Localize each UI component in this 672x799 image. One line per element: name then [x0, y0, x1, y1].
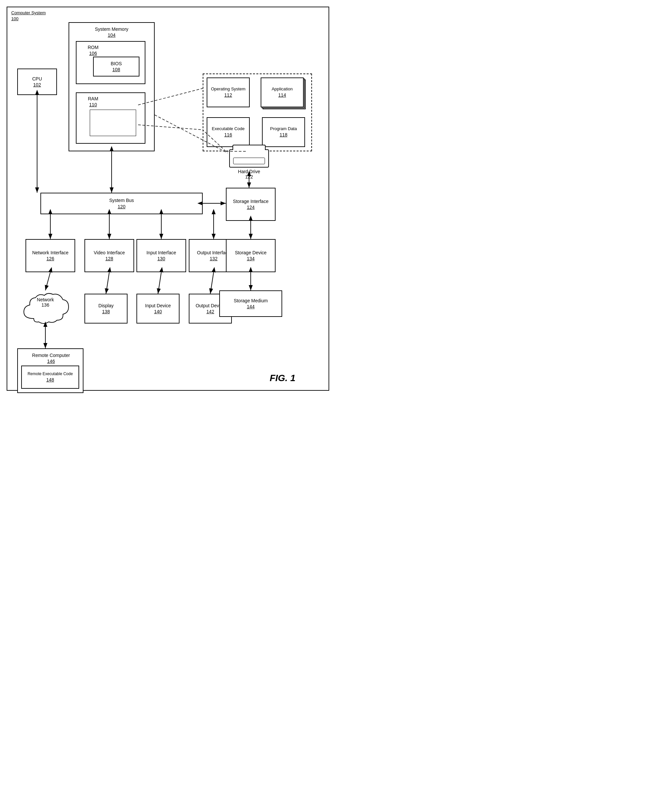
- input-interface-ref: 130: [157, 256, 165, 262]
- system-memory-label: System Memory: [95, 27, 128, 32]
- computer-system-ref: 100: [11, 16, 46, 22]
- network-cloud: Network 136: [17, 291, 74, 327]
- network-ref: 136: [42, 302, 49, 308]
- output-interface-ref: 132: [210, 256, 217, 262]
- input-interface-label: Input Interface: [146, 250, 176, 256]
- svg-line-19: [106, 272, 109, 294]
- storage-interface-label: Storage Interface: [233, 198, 268, 204]
- ram-inner-box: [90, 110, 136, 136]
- hard-drive-label: Hard Drive: [238, 169, 260, 174]
- storage-device-ref: 134: [247, 256, 254, 262]
- rom-label: ROM: [88, 45, 99, 50]
- svg-line-20: [158, 272, 161, 294]
- executable-code-label: Executable Code: [212, 126, 245, 132]
- rom-ref: 106: [80, 50, 106, 56]
- output-device-ref: 142: [206, 308, 214, 315]
- storage-interface-ref: 124: [247, 204, 254, 210]
- cpu-box: CPU 102: [17, 69, 57, 95]
- remote-computer-label: Remote Computer: [32, 353, 70, 358]
- program-data-box: Program Data 118: [262, 117, 305, 147]
- storage-interface-box: Storage Interface 124: [226, 188, 275, 221]
- remote-executable-code-ref: 148: [46, 377, 54, 383]
- storage-medium-label: Storage Medium: [234, 298, 268, 304]
- network-label: Network: [37, 297, 54, 302]
- ram-label: RAM: [88, 96, 98, 101]
- system-memory-ref: 104: [78, 32, 145, 38]
- display-label: Display: [98, 303, 114, 308]
- os-box: Operating System 112: [207, 77, 250, 107]
- cpu-label: CPU: [32, 76, 42, 82]
- computer-system-label: Computer System 100: [11, 10, 46, 22]
- storage-device-label: Storage Device: [235, 250, 267, 256]
- network-interface-label: Network Interface: [32, 250, 69, 256]
- diagram-container: Computer System 100 CPU 102 System Memor…: [6, 6, 329, 391]
- video-interface-box: Video Interface 128: [85, 239, 134, 272]
- display-box: Display 138: [85, 294, 128, 323]
- ram-ref: 110: [80, 102, 106, 108]
- input-device-ref: 140: [154, 308, 162, 315]
- input-interface-box: Input Interface 130: [136, 239, 186, 272]
- video-interface-label: Video Interface: [94, 250, 125, 256]
- input-device-box: Input Device 140: [136, 294, 179, 323]
- os-label: Operating System: [211, 86, 245, 92]
- output-interface-label: Output Interface: [197, 250, 230, 256]
- system-memory-box: System Memory 104 ROM 106 BIOS 108 RAM 1…: [69, 22, 155, 151]
- system-bus-label: System Bus: [109, 197, 134, 203]
- fig-label: FIG. 1: [270, 373, 295, 384]
- cloud-svg: [17, 291, 74, 327]
- bios-ref: 108: [112, 67, 120, 72]
- storage-medium-ref: 144: [247, 304, 254, 310]
- ram-box: RAM 110: [76, 93, 146, 144]
- remote-executable-code-box: Remote Executable Code 148: [21, 366, 79, 389]
- application-ref: 114: [278, 92, 286, 98]
- bios-box: BIOS 108: [93, 57, 139, 77]
- system-bus-ref: 120: [118, 204, 125, 209]
- os-ref: 112: [224, 92, 232, 98]
- hard-drive-ref: 122: [245, 174, 253, 179]
- software-group-box: Operating System 112 Application 114 Exe…: [203, 74, 312, 151]
- network-interface-ref: 126: [46, 256, 54, 262]
- executable-code-box: Executable Code 116: [207, 117, 250, 147]
- storage-medium-box: Storage Medium 144: [219, 291, 282, 317]
- program-data-ref: 118: [280, 132, 287, 138]
- remote-executable-code-label: Remote Executable Code: [27, 372, 73, 377]
- computer-system-title: Computer System: [11, 10, 46, 16]
- bios-label: BIOS: [110, 61, 122, 67]
- hd-body: [229, 149, 269, 168]
- cpu-ref: 102: [33, 82, 41, 88]
- input-device-label: Input Device: [145, 303, 171, 308]
- remote-computer-box: Remote Computer 146 Remote Executable Co…: [17, 348, 83, 393]
- application-label: Application: [272, 86, 293, 92]
- display-ref: 138: [102, 308, 110, 315]
- fig-label-text: FIG. 1: [270, 373, 295, 383]
- system-bus-box: System Bus 120: [40, 193, 203, 214]
- application-stacked: Application 114: [261, 77, 307, 110]
- remote-computer-ref: 146: [21, 358, 81, 364]
- rom-box: ROM 106 BIOS 108: [76, 41, 146, 84]
- storage-device-box: Storage Device 134: [226, 239, 275, 272]
- svg-line-18: [45, 272, 50, 291]
- hard-drive-shape: Hard Drive 122: [227, 145, 270, 179]
- video-interface-ref: 128: [105, 256, 113, 262]
- executable-code-ref: 116: [224, 132, 232, 138]
- network-interface-box: Network Interface 126: [26, 239, 75, 272]
- hd-top: [232, 145, 266, 150]
- svg-line-21: [210, 272, 214, 294]
- application-front: Application 114: [261, 77, 304, 107]
- program-data-label: Program Data: [270, 126, 297, 132]
